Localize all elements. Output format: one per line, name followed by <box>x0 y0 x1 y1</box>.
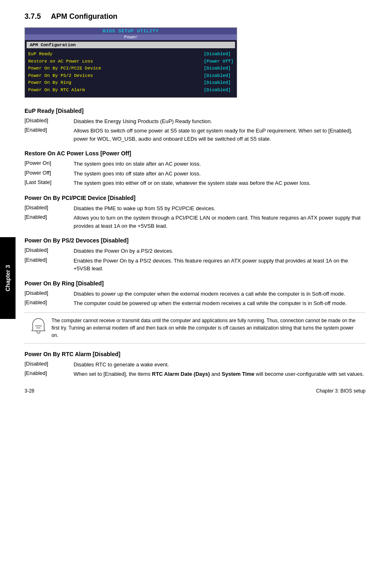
bios-value: [Power Off] <box>204 58 233 65</box>
def-list-ring: [Disabled] Disables to power up the comp… <box>25 290 365 307</box>
page-footer: 3-28 Chapter 3: BIOS setup <box>25 388 365 394</box>
footer-page-number: 3-28 <box>25 388 34 394</box>
def-row: [Disabled] Disables to power up the comp… <box>25 290 365 298</box>
subsection-pci: Power On By PCI/PCIE Device [Disabled] [… <box>25 195 365 230</box>
bios-setup-box: BIOS SETUP UTILITY Power APM Configurati… <box>25 27 237 98</box>
def-desc: When set to [Enabled], the items RTC Ala… <box>74 370 365 378</box>
def-term: [Disabled] <box>25 247 74 253</box>
def-row: [Enabled] Allows BIOS to switch off some… <box>25 127 365 143</box>
bios-value: [Disabled] <box>204 65 233 72</box>
bios-row: EuP Ready <box>28 51 195 58</box>
def-term: [Last State] <box>25 179 74 185</box>
def-list-pci: [Disabled] Disables the PME to wake up f… <box>25 204 365 230</box>
bios-row: Power On By PS/2 Devices <box>28 72 195 80</box>
def-term: [Disabled] <box>25 204 74 211</box>
def-desc: Disables the PME to wake up from S5 by P… <box>74 204 365 213</box>
def-desc: Enables the Power On by a PS/2 devices. … <box>74 257 365 273</box>
note-icon <box>31 318 46 339</box>
def-row: [Enabled] When set to [Enabled], the ite… <box>25 370 365 378</box>
def-term: [Enabled] <box>25 127 74 133</box>
subsection-title-eup: EuP Ready [Disabled] <box>25 108 365 114</box>
section-heading: 3.7.5 APM Configuration <box>25 12 365 21</box>
def-row: [Disabled] Disables the PME to wake up f… <box>25 204 365 213</box>
def-row: [Power Off] The system goes into off sta… <box>25 170 365 178</box>
def-term: [Disabled] <box>25 117 74 123</box>
footer-chapter-ref: Chapter 3: BIOS setup <box>316 388 365 394</box>
def-list-restore-ac: [Power On] The system goes into on state… <box>25 160 365 187</box>
subsection-title-restore-ac: Restore On AC Power Loss [Power Off] <box>25 150 365 157</box>
def-row: [Power On] The system goes into on state… <box>25 160 365 168</box>
note-text: The computer cannot receive or transmit … <box>52 317 359 339</box>
def-desc: Disables to power up the computer when t… <box>74 290 365 298</box>
subsection-ps2: Power On By PS/2 Devoces [Disabled] [Dis… <box>25 237 365 273</box>
def-desc: The system goes into either off or on st… <box>74 179 365 187</box>
section-number: 3.7.5 <box>25 12 41 20</box>
def-term: [Enabled] <box>25 299 74 305</box>
bios-content: EuP Ready Restore on AC Power Loss Power… <box>25 48 237 97</box>
def-term: [Enabled] <box>25 257 74 263</box>
def-desc: Disables the Power On by a PS/2 devices. <box>74 247 365 255</box>
def-term: [Enabled] <box>25 214 74 220</box>
def-row: [Disabled] Disables the Energy Using Pro… <box>25 117 365 126</box>
chapter-label: Chapter 3 <box>4 265 11 292</box>
def-row: [Disabled] Disables RTC to generate a wa… <box>25 361 365 369</box>
subsection-title-ring: Power On By Ring [Disabled] <box>25 280 365 287</box>
def-desc: Allows BIOS to switch off some power at … <box>74 127 365 143</box>
bios-row: Power On By PCI/PCIE Device <box>28 65 195 72</box>
subsection-title-rtc: Power On By RTC Alarm [Disabled] <box>25 351 365 357</box>
def-desc: The system goes into on state after an A… <box>74 160 365 168</box>
def-desc: Disables the Energy Using Products (EuP)… <box>74 117 365 126</box>
bios-row: Power On By RTC Alarm <box>28 87 195 94</box>
subsection-title-pci: Power On By PCI/PCIE Device [Disabled] <box>25 195 365 201</box>
def-row: [Last State] The system goes into either… <box>25 179 365 187</box>
def-row: [Enabled] Allows you to turn on the syst… <box>25 214 365 230</box>
def-term: [Disabled] <box>25 290 74 296</box>
def-row: [Disabled] Disables the Power On by a PS… <box>25 247 365 255</box>
note-box-ring: The computer cannot receive or transmit … <box>25 312 365 343</box>
section-title: APM Configuration <box>51 12 117 20</box>
bios-value: [Disabled] <box>204 72 233 80</box>
subsection-ring: Power On By Ring [Disabled] [Disabled] D… <box>25 280 365 343</box>
bios-value: [Disabled] <box>204 87 233 94</box>
subsection-restore-ac: Restore On AC Power Loss [Power Off] [Po… <box>25 150 365 187</box>
def-desc: Allows you to turn on the system through… <box>74 214 365 230</box>
subsection-rtc: Power On By RTC Alarm [Disabled] [Disabl… <box>25 351 365 378</box>
bios-labels: EuP Ready Restore on AC Power Loss Power… <box>28 51 195 94</box>
def-list-rtc: [Disabled] Disables RTC to generate a wa… <box>25 361 365 378</box>
def-term: [Power Off] <box>25 170 74 176</box>
def-desc: Disables RTC to generate a wake event. <box>74 361 365 369</box>
bios-value: [Disabled] <box>204 51 233 58</box>
page-container: Chapter 3 3.7.5 APM Configuration BIOS S… <box>0 0 390 402</box>
def-row: [Enabled] Enables the Power On by a PS/2… <box>25 257 365 273</box>
bios-row: Power On By Ring <box>28 79 195 87</box>
bios-section-title: APM Configuration <box>27 42 235 48</box>
subsection-title-ps2: Power On By PS/2 Devoces [Disabled] <box>25 237 365 244</box>
bios-value: [Disabled] <box>204 79 233 87</box>
bios-header: BIOS SETUP UTILITY <box>25 28 237 34</box>
def-term: [Power On] <box>25 160 74 166</box>
def-desc: The computer could be powered up when th… <box>74 299 365 307</box>
bios-sub-header: Power <box>25 34 237 40</box>
def-row: [Enabled] The computer could be powered … <box>25 299 365 307</box>
bios-row: Restore on AC Power Loss <box>28 58 195 65</box>
def-desc: The system goes into off state after an … <box>74 170 365 178</box>
bios-values: [Disabled] [Power Off] [Disabled] [Disab… <box>204 51 233 94</box>
chapter-sidebar: Chapter 3 <box>0 237 16 319</box>
subsection-eup: EuP Ready [Disabled] [Disabled] Disables… <box>25 108 365 143</box>
def-list-eup: [Disabled] Disables the Energy Using Pro… <box>25 117 365 143</box>
def-term: [Disabled] <box>25 361 74 367</box>
def-term: [Enabled] <box>25 370 74 376</box>
def-list-ps2: [Disabled] Disables the Power On by a PS… <box>25 247 365 273</box>
